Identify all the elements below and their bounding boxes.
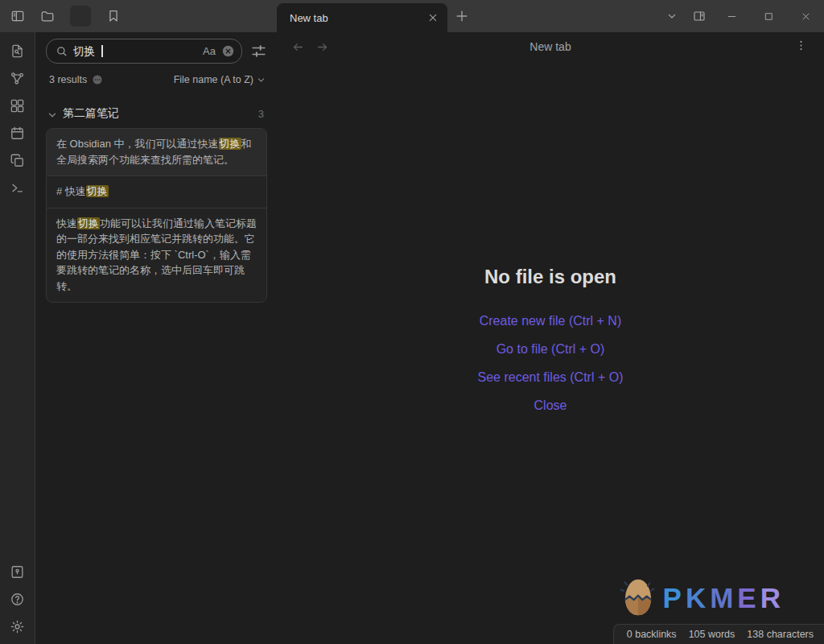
pkmer-letter: E (737, 582, 760, 613)
status-bar: 0 backlinks105 words138 characters (613, 624, 824, 644)
ribbon-top-actions (10, 43, 25, 196)
chevron-down-icon[interactable] (658, 0, 686, 32)
clear-search-icon[interactable] (221, 44, 235, 58)
pkmer-letter: R (760, 582, 785, 613)
ellipsis-circle-icon[interactable] (92, 74, 103, 85)
search-icon (56, 45, 68, 57)
close-icon[interactable] (787, 0, 824, 32)
empty-state-title: No file is open (484, 266, 616, 288)
panel-left-icon[interactable] (10, 9, 25, 23)
match-highlight: 切换 (86, 185, 109, 197)
match-highlight: 切换 (77, 217, 100, 229)
bookmark-icon[interactable] (106, 9, 121, 23)
search-match[interactable]: 快速切换功能可以让我们通过输入笔记标题的一部分来找到相应笔记并跳转的功能。它的使… (47, 208, 266, 303)
maximize-icon[interactable] (750, 0, 787, 32)
layout-grid-icon[interactable] (10, 98, 25, 114)
help-icon[interactable] (10, 592, 25, 607)
pkmer-letter: M (710, 582, 737, 613)
results-meta-row: 3 results File name (A to Z) (36, 64, 277, 85)
pkmer-letter: K (686, 582, 710, 613)
status-item[interactable]: 0 backlinks (627, 629, 677, 640)
collapse-chevron-icon (47, 109, 57, 118)
empty-state-action[interactable]: See recent files (Ctrl + O) (478, 370, 624, 385)
window-controls (658, 0, 824, 32)
search-match[interactable]: 在 Obsidian 中，我们可以通过快速切换和全局搜索两个功能来查找所需的笔记… (47, 129, 266, 175)
vault-icon[interactable] (10, 564, 25, 580)
result-file-title: 第二篇笔记 (63, 106, 119, 121)
folder-icon[interactable] (40, 9, 55, 23)
main-pane: New tab No file is open Create new file … (277, 32, 824, 644)
empty-state-action[interactable]: Create new file (Ctrl + N) (480, 314, 622, 328)
copy-icon[interactable] (10, 153, 25, 168)
file-search-icon[interactable] (10, 43, 25, 59)
chevron-down-icon (257, 76, 266, 85)
status-item: 105 words (689, 629, 735, 640)
titlebar: New tab (0, 0, 824, 32)
ribbon (0, 32, 35, 644)
view-header-title: New tab (277, 40, 824, 53)
ribbon-bottom-actions (10, 564, 25, 634)
empty-state-actions: Create new file (Ctrl + N)Go to file (Ct… (478, 307, 624, 419)
search-query-text: 切换 (73, 44, 95, 59)
results-count: 3 results (49, 74, 87, 85)
empty-state: No file is open Create new file (Ctrl + … (277, 266, 824, 419)
tab-new-tab[interactable]: New tab (277, 3, 447, 32)
terminal-icon[interactable] (10, 180, 25, 196)
text-caret (101, 45, 103, 57)
graph-icon[interactable] (10, 71, 25, 86)
empty-state-action[interactable]: Close (534, 398, 567, 413)
settings-icon[interactable] (10, 619, 25, 634)
new-tab-button[interactable] (454, 8, 470, 24)
pkmer-watermark: PKMER (619, 577, 785, 617)
sort-order-dropdown[interactable]: File name (A to Z) (174, 74, 266, 85)
search-settings-icon[interactable] (250, 43, 267, 60)
result-file-match-count: 3 (258, 108, 264, 120)
pkmer-egg-icon (619, 577, 657, 617)
navigate-back-icon[interactable] (291, 40, 305, 54)
match-case-toggle[interactable]: Aa (203, 45, 216, 57)
search-match[interactable]: # 快速切换 (47, 175, 266, 208)
pkmer-letter: P (663, 582, 686, 613)
tab-close-icon[interactable] (426, 11, 439, 24)
search-icon[interactable] (70, 6, 91, 27)
search-panel: 切换 Aa 3 results File name (A to Z) 第二篇笔记… (36, 32, 277, 644)
empty-state-action[interactable]: Go to file (Ctrl + O) (496, 342, 605, 357)
sort-order-label: File name (A to Z) (174, 74, 253, 85)
obsidian-window: New tab 切换 Aa 3 results (0, 0, 824, 644)
match-highlight: 切换 (219, 138, 241, 150)
navigate-forward-icon[interactable] (315, 40, 329, 54)
search-row: 切换 Aa (36, 32, 277, 64)
minimize-icon[interactable] (713, 0, 750, 32)
tab-title: New tab (290, 12, 426, 24)
more-options-icon[interactable] (794, 39, 824, 56)
status-item: 138 characters (747, 629, 814, 640)
pkmer-wordmark: PKMER (663, 584, 785, 612)
search-match-list: 在 Obsidian 中，我们可以通过快速切换和全局搜索两个功能来查找所需的笔记… (46, 128, 267, 303)
view-header: New tab (277, 32, 824, 61)
result-file-header[interactable]: 第二篇笔记 3 (36, 85, 277, 121)
panel-right-icon[interactable] (686, 0, 713, 32)
sidebar-nav-icons (10, 0, 121, 32)
calendar-icon[interactable] (10, 126, 25, 141)
search-input[interactable]: 切换 Aa (46, 39, 242, 64)
